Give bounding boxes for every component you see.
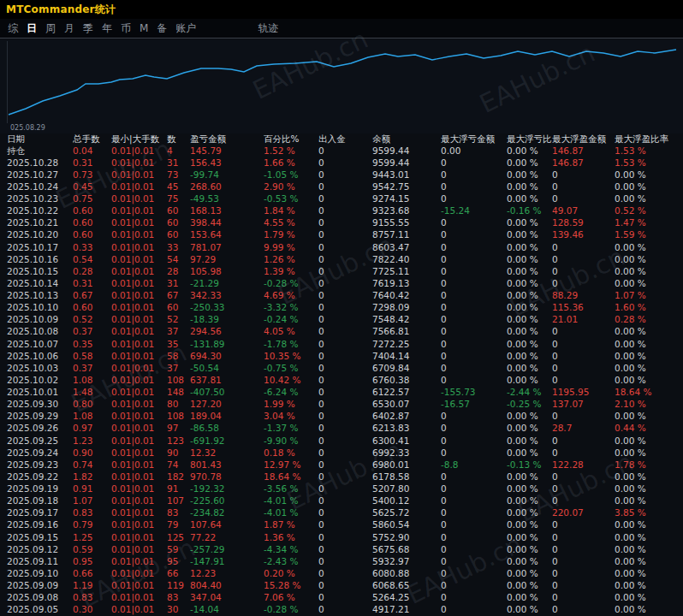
table-row[interactable]: 2025.09.080.830.01|0.0183347.047.06 %052…: [0, 592, 683, 604]
tab-综[interactable]: 综: [3, 19, 22, 38]
cell-percent: 12.97 %: [264, 459, 318, 471]
cell-percent: 1.36 %: [264, 532, 318, 543]
cell-percent: 1.84 %: [264, 205, 318, 216]
table-row[interactable]: 2025.09.181.070.01|0.01107-225.60-4.01 %…: [0, 495, 683, 507]
table-row[interactable]: 2025.09.151.250.01|0.0112577.221.36 %057…: [0, 531, 683, 543]
table-row[interactable]: 2025.10.220.600.01|0.0160168.131.84 %093…: [0, 205, 683, 217]
tab-备[interactable]: 备: [152, 19, 171, 38]
cell-balance: 6402.87: [372, 411, 441, 422]
table-row[interactable]: 2025.10.150.280.01|0.0128105.981.39 %077…: [0, 265, 683, 277]
tab-年[interactable]: 年: [98, 19, 116, 38]
cell-percent: -3.32 %: [264, 302, 318, 313]
cell-total-lots: 0.04: [73, 145, 111, 157]
table-row[interactable]: 2025.10.090.520.01|0.0152-18.39-0.24 %07…: [0, 314, 683, 326]
cell-percent: -4.01 %: [264, 495, 318, 506]
column-header-total-lots: 总手数: [73, 133, 111, 145]
cell-deposit-withdraw: 0: [318, 339, 372, 350]
cell-count: 91: [167, 483, 190, 495]
cell-max-float-loss: 0: [441, 411, 507, 422]
table-row[interactable]: 2025.09.110.950.01|0.0195-147.91-2.43 %0…: [0, 555, 683, 567]
column-header-deposit-withdraw: 出入金: [318, 133, 372, 145]
table-row[interactable]: 2025.10.170.330.01|0.0133781.079.99 %086…: [0, 241, 683, 253]
table-row[interactable]: 2025.10.011.480.01|0.01148-407.50-6.24 %…: [0, 387, 683, 399]
cell-max-float-profit: 0: [552, 169, 615, 181]
cell-date: 2025.10.20: [7, 229, 73, 240]
cell-min-max-lots: 0.01|0.01: [111, 387, 167, 398]
cell-min-max-lots: 0.01|0.01: [111, 411, 167, 422]
table-row[interactable]: 2025.10.070.350.01|0.0135-131.89-1.78 %0…: [0, 338, 683, 350]
cell-max-float-loss: 0: [441, 447, 507, 459]
cell-max-float-loss: 0: [441, 326, 507, 337]
cell-profit: 12.23: [190, 568, 264, 579]
table-row[interactable]: 2025.09.230.740.01|0.0174801.4312.97 %06…: [0, 459, 683, 471]
cell-max-float-profit-pct: 0.00 %: [615, 193, 683, 204]
cell-count: 54: [167, 254, 190, 265]
table-row[interactable]: 2025.09.221.820.01|0.01182970.7818.64 %0…: [0, 471, 683, 483]
cell-percent: 10.42 %: [264, 375, 318, 386]
table-row[interactable]: 2025.10.080.370.01|0.0137294.564.05 %075…: [0, 326, 683, 338]
cell-total-lots: 0.90: [73, 447, 111, 459]
table-row[interactable]: 2025.09.091.190.01|0.01119804.4015.28 %0…: [0, 580, 683, 592]
cell-balance: 5207.80: [372, 483, 441, 495]
table-row[interactable]: 2025.10.021.080.01|0.01108637.8110.42 %0…: [0, 374, 683, 386]
cell-min-max-lots: 0.01|0.01: [111, 471, 167, 483]
cell-max-float-loss: 0: [441, 351, 507, 362]
tab-日[interactable]: 日: [22, 19, 41, 38]
table-row[interactable]: 2025.10.270.730.01|0.0173-99.74-1.05 %09…: [0, 169, 683, 181]
table-row[interactable]: 2025.10.240.450.01|0.0145268.602.90 %095…: [0, 181, 683, 192]
table-row[interactable]: 2025.10.140.310.01|0.0131-21.29-0.28 %07…: [0, 277, 683, 289]
cell-max-float-profit-pct: 0.28 %: [615, 314, 683, 325]
tab-账户[interactable]: 账户: [171, 19, 200, 38]
tab-轨迹[interactable]: 轨迹: [253, 19, 282, 38]
table-row[interactable]: 2025.09.160.790.01|0.0179107.641.87 %058…: [0, 519, 683, 531]
cell-min-max-lots: 0.01|0.01: [111, 339, 167, 350]
column-header-date: 日期: [7, 133, 73, 145]
cell-max-float-profit: 128.59: [552, 217, 615, 228]
table-row[interactable]: 持仓0.040.01|0.014145.791.52 %09599.440.00…: [0, 145, 683, 157]
cell-min-max-lots: 0.01|0.01: [111, 302, 167, 313]
table-row[interactable]: 2025.09.170.830.01|0.0183-234.82-4.01 %0…: [0, 507, 683, 519]
cell-max-float-profit-pct: 1.59 %: [615, 229, 683, 240]
cell-max-float-loss-pct: 0.00 %: [507, 556, 552, 567]
tab-季[interactable]: 季: [79, 19, 98, 38]
table-row[interactable]: 2025.09.260.970.01|0.0197-86.58-1.37 %06…: [0, 423, 683, 435]
cell-max-float-profit-pct: 0.00 %: [615, 339, 683, 350]
table-row[interactable]: 2025.10.130.670.01|0.0167342.334.69 %076…: [0, 290, 683, 302]
table-row[interactable]: 2025.10.030.370.01|0.0137-50.54-0.75 %06…: [0, 362, 683, 374]
tab-周[interactable]: 周: [41, 19, 60, 38]
cell-max-float-loss: 0: [441, 157, 507, 169]
table-row[interactable]: 2025.10.060.580.01|0.0158694.3010.35 %07…: [0, 350, 683, 362]
tab-币[interactable]: 币: [116, 19, 135, 38]
table-row[interactable]: 2025.09.251.230.01|0.01123-691.92-9.90 %…: [0, 435, 683, 447]
cell-date: 2025.09.05: [7, 604, 73, 615]
table-row[interactable]: 2025.10.100.600.01|0.0160-250.33-3.32 %0…: [0, 302, 683, 314]
cell-max-float-loss: 0: [441, 217, 507, 228]
table-row[interactable]: 2025.09.190.910.01|0.0191-192.32-3.56 %0…: [0, 483, 683, 495]
table-row[interactable]: 2025.09.050.300.01|0.0130-14.04-0.28 %04…: [0, 604, 683, 616]
cell-date: 持仓: [7, 145, 73, 157]
cell-balance: 5675.68: [372, 544, 441, 555]
table-row[interactable]: 2025.10.210.600.01|0.0160398.444.55 %091…: [0, 217, 683, 229]
cell-count: 33: [167, 242, 190, 253]
table-row[interactable]: 2025.09.240.900.01|0.019012.320.18 %0699…: [0, 447, 683, 459]
cell-max-float-loss: 0: [441, 375, 507, 386]
cell-profit: 342.33: [190, 290, 264, 301]
table-row[interactable]: 2025.10.160.540.01|0.015497.291.26 %0782…: [0, 253, 683, 265]
cell-date: 2025.09.25: [7, 435, 73, 447]
cell-max-float-profit: 139.46: [552, 229, 615, 240]
cell-max-float-profit: 0: [552, 181, 615, 192]
table-row[interactable]: 2025.10.230.750.01|0.0175-49.53-0.53 %09…: [0, 193, 683, 205]
cell-count: 67: [167, 290, 190, 301]
table-row[interactable]: 2025.09.100.660.01|0.016612.230.20 %0608…: [0, 567, 683, 579]
table-row[interactable]: 2025.09.291.080.01|0.01108189.043.04 %06…: [0, 411, 683, 423]
cell-date: 2025.10.27: [7, 169, 73, 181]
tab-M[interactable]: M: [135, 19, 152, 38]
table-row[interactable]: 2025.10.280.310.01|0.0131156.431.66 %095…: [0, 157, 683, 169]
cell-deposit-withdraw: 0: [318, 411, 372, 422]
table-row[interactable]: 2025.10.200.600.01|0.0160153.641.79 %087…: [0, 229, 683, 241]
table-row[interactable]: 2025.09.120.590.01|0.0159-257.29-4.34 %0…: [0, 543, 683, 555]
table-row[interactable]: 2025.09.300.800.01|0.0180127.201.99 %065…: [0, 399, 683, 411]
table-header-row: 日期总手数最小|大手数数盈亏金额百分比%出入金余额最大浮亏金额最大浮亏比率最大浮…: [0, 133, 683, 145]
tab-月[interactable]: 月: [60, 19, 79, 38]
cell-total-lots: 1.08: [73, 411, 111, 422]
